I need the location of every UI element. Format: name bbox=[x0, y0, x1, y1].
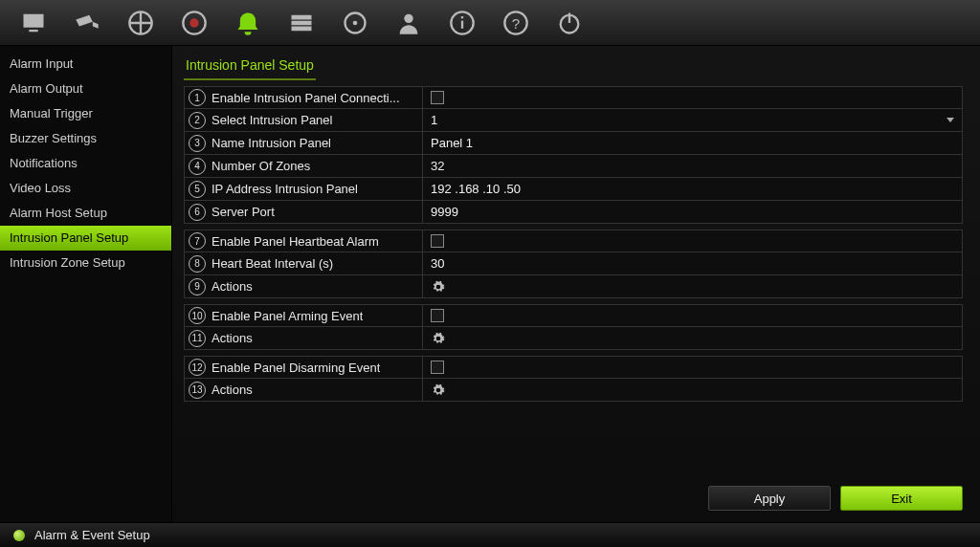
row-number: 6 bbox=[189, 204, 206, 221]
row-number: 3 bbox=[189, 135, 206, 152]
form-row-5: 5IP Address Intrusion Panel192 .168 .10 … bbox=[184, 178, 963, 201]
storage-icon[interactable] bbox=[276, 4, 327, 42]
sidebar-item-alarm-host-setup[interactable]: Alarm Host Setup bbox=[0, 201, 171, 226]
row-label: 4Number Of Zones bbox=[185, 155, 422, 177]
text-input[interactable]: 30 bbox=[422, 252, 962, 274]
row-label-text: Enable Panel Arming Event bbox=[212, 309, 363, 323]
gear-icon[interactable] bbox=[431, 279, 446, 295]
info-icon[interactable] bbox=[436, 4, 488, 42]
row-number: 7 bbox=[189, 232, 206, 250]
row-label: 8Heart Beat Interval (s) bbox=[185, 252, 422, 274]
form-row-7: 7Enable Panel Heartbeat Alarm bbox=[184, 230, 963, 252]
checkbox-input[interactable] bbox=[431, 309, 444, 322]
row-label: 1Enable Intrusion Panel Connecti... bbox=[185, 87, 422, 108]
sidebar-item-manual-trigger[interactable]: Manual Trigger bbox=[0, 101, 171, 126]
row-label-text: Heart Beat Interval (s) bbox=[212, 256, 333, 271]
sidebar-item-notifications[interactable]: Notifications bbox=[0, 151, 171, 176]
svg-rect-7 bbox=[461, 20, 463, 28]
page-title: Intrusion Panel Setup bbox=[184, 54, 316, 80]
sidebar-item-buzzer-settings[interactable]: Buzzer Settings bbox=[0, 126, 171, 151]
topbar: ? bbox=[0, 0, 980, 46]
gear-icon[interactable] bbox=[431, 331, 446, 346]
row-number: 2 bbox=[189, 112, 206, 129]
row-number: 4 bbox=[189, 158, 206, 175]
record-icon[interactable] bbox=[168, 4, 220, 42]
row-number: 10 bbox=[189, 307, 206, 324]
exit-button[interactable]: Exit bbox=[840, 486, 963, 511]
checkbox-input[interactable] bbox=[431, 91, 444, 104]
row-label: 9Actions bbox=[185, 275, 422, 297]
row-label: 3Name Intrusion Panel bbox=[185, 132, 422, 154]
row-label-text: Number Of Zones bbox=[212, 159, 310, 173]
form-row-8: 8Heart Beat Interval (s)30 bbox=[184, 252, 963, 275]
row-label: 7Enable Panel Heartbeat Alarm bbox=[185, 230, 422, 252]
sidebar-item-alarm-input[interactable]: Alarm Input bbox=[0, 52, 171, 77]
svg-rect-8 bbox=[461, 16, 463, 18]
camera-icon[interactable] bbox=[61, 4, 113, 42]
hdd-icon[interactable] bbox=[329, 4, 381, 42]
svg-point-5 bbox=[404, 13, 412, 22]
select-input[interactable]: 1 bbox=[422, 109, 962, 131]
row-number: 8 bbox=[189, 255, 206, 273]
apply-button[interactable]: Apply bbox=[708, 486, 831, 511]
row-number: 11 bbox=[189, 330, 206, 347]
row-label-text: Actions bbox=[212, 383, 253, 397]
row-label-text: Enable Panel Disarming Event bbox=[212, 361, 380, 375]
sidebar-item-alarm-output[interactable]: Alarm Output bbox=[0, 77, 171, 101]
form-row-2: 2Select Intrusion Panel1 bbox=[184, 109, 963, 132]
row-label: 12Enable Panel Disarming Event bbox=[185, 357, 422, 378]
row-label-text: Actions bbox=[212, 279, 253, 294]
form-row-6: 6Server Port9999 bbox=[184, 201, 963, 224]
text-input[interactable]: 192 .168 .10 .50 bbox=[422, 178, 962, 200]
row-number: 1 bbox=[189, 89, 206, 106]
svg-point-2 bbox=[189, 18, 198, 27]
form-row-12: 12Enable Panel Disarming Event bbox=[184, 356, 963, 379]
row-label-text: Enable Intrusion Panel Connecti... bbox=[212, 91, 400, 105]
row-number: 9 bbox=[189, 278, 206, 295]
footer: Alarm & Event Setup bbox=[0, 522, 980, 547]
form-row-4: 4Number Of Zones32 bbox=[184, 155, 963, 178]
monitor-icon[interactable] bbox=[8, 4, 59, 42]
alarm-icon[interactable] bbox=[222, 4, 274, 42]
button-bar: Apply Exit bbox=[708, 486, 963, 511]
user-icon[interactable] bbox=[383, 4, 434, 42]
settings-form: 1Enable Intrusion Panel Connecti...2Sele… bbox=[184, 86, 963, 522]
row-number: 13 bbox=[189, 382, 206, 399]
text-input[interactable]: 9999 bbox=[422, 201, 962, 223]
sidebar-item-video-loss[interactable]: Video Loss bbox=[0, 176, 171, 201]
form-row-11: 11Actions bbox=[184, 327, 963, 350]
checkbox-input[interactable] bbox=[431, 361, 444, 374]
gear-icon[interactable] bbox=[431, 383, 446, 398]
row-label-text: Server Port bbox=[212, 205, 275, 219]
form-row-10: 10Enable Panel Arming Event bbox=[184, 304, 963, 327]
row-number: 12 bbox=[189, 359, 206, 376]
form-row-1: 1Enable Intrusion Panel Connecti... bbox=[184, 86, 963, 109]
footer-label: Alarm & Event Setup bbox=[34, 528, 150, 542]
svg-point-4 bbox=[353, 20, 358, 25]
row-label-text: Select Intrusion Panel bbox=[212, 113, 332, 127]
svg-text:?: ? bbox=[512, 14, 520, 31]
checkbox-input[interactable] bbox=[431, 234, 444, 248]
power-icon[interactable] bbox=[544, 4, 595, 42]
svg-rect-12 bbox=[568, 12, 570, 23]
text-input[interactable]: Panel 1 bbox=[422, 132, 962, 154]
main: Intrusion Panel Setup 1Enable Intrusion … bbox=[172, 46, 980, 522]
form-row-9: 9Actions bbox=[184, 275, 963, 298]
row-label: 10Enable Panel Arming Event bbox=[185, 305, 422, 326]
row-label-text: IP Address Intrusion Panel bbox=[212, 182, 358, 196]
help-icon[interactable]: ? bbox=[490, 4, 542, 42]
row-label: 13Actions bbox=[185, 379, 422, 401]
sidebar-item-intrusion-zone-setup[interactable]: Intrusion Zone Setup bbox=[0, 251, 171, 275]
sidebar-item-intrusion-panel-setup[interactable]: Intrusion Panel Setup bbox=[0, 226, 171, 251]
row-label: 11Actions bbox=[185, 327, 422, 349]
row-label: 2Select Intrusion Panel bbox=[185, 109, 422, 131]
row-label: 5IP Address Intrusion Panel bbox=[185, 178, 422, 200]
row-label-text: Actions bbox=[212, 331, 253, 345]
sidebar: Alarm Input Alarm Output Manual Trigger … bbox=[0, 46, 172, 522]
form-row-13: 13Actions bbox=[184, 379, 963, 402]
status-dot-icon bbox=[13, 530, 25, 541]
row-number: 5 bbox=[189, 181, 206, 198]
row-label: 6Server Port bbox=[185, 201, 422, 223]
text-input[interactable]: 32 bbox=[422, 155, 962, 177]
grid-icon[interactable] bbox=[115, 4, 167, 42]
